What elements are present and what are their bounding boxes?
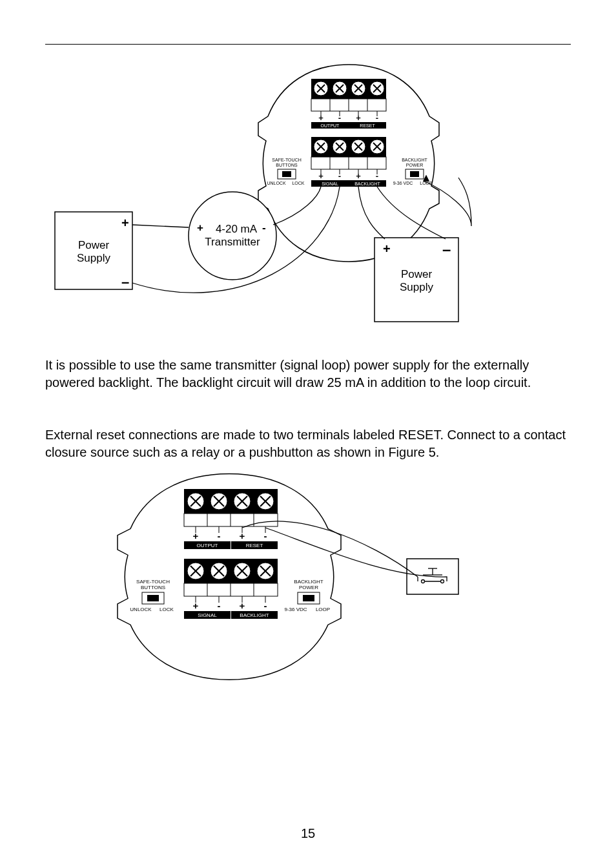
output-label: OUTPUT xyxy=(321,123,340,128)
minus-label: - xyxy=(218,530,221,541)
power-supply-left-label-2: Supply xyxy=(77,252,110,264)
ps-right-minus: – xyxy=(442,240,451,258)
transmitter-label-1: 4-20 mA xyxy=(216,223,258,235)
plus-label: + xyxy=(356,171,361,181)
minus-label: - xyxy=(338,171,341,181)
reset-label: RESET xyxy=(246,543,263,548)
svg-text:BACKLIGHT: BACKLIGHT xyxy=(402,158,427,162)
minus-label: - xyxy=(376,171,378,181)
signal-label: SIGNAL xyxy=(198,612,217,618)
ps-right-plus: + xyxy=(383,242,391,256)
header-rule xyxy=(45,44,571,45)
svg-text:SAFE-TOUCH: SAFE-TOUCH xyxy=(272,158,301,162)
svg-text:UNLOCK: UNLOCK xyxy=(130,607,152,612)
page-number: 15 xyxy=(0,826,616,841)
svg-rect-55 xyxy=(410,171,419,177)
svg-text:9-36 VDC: 9-36 VDC xyxy=(284,607,307,612)
svg-text:UNLOCK: UNLOCK xyxy=(267,181,286,185)
svg-rect-49 xyxy=(282,171,291,177)
svg-rect-108 xyxy=(147,595,159,601)
svg-text:POWER: POWER xyxy=(299,585,318,590)
transmitter-label-2: Transmitter xyxy=(205,236,260,248)
plus-label: + xyxy=(356,113,361,123)
svg-text:9-36 VDC: 9-36 VDC xyxy=(393,181,413,185)
plus-label: + xyxy=(240,530,245,541)
minus-label: - xyxy=(264,530,267,541)
svg-line-58 xyxy=(132,225,189,227)
power-supply-right-label-2: Supply xyxy=(400,281,433,293)
ps-left-plus: + xyxy=(121,216,129,230)
backlight-label: BACKLIGHT xyxy=(240,612,269,618)
svg-rect-114 xyxy=(303,595,314,601)
svg-point-118 xyxy=(422,580,425,583)
diagram-1: + - + - OUTPUT RESET xyxy=(45,58,562,329)
plus-label: + xyxy=(193,600,199,611)
page: + - + - OUTPUT RESET xyxy=(0,0,616,863)
output-label: OUTPUT xyxy=(197,543,218,548)
paragraph-reset-note: External reset connections are made to t… xyxy=(45,426,571,461)
svg-text:SAFE-TOUCH: SAFE-TOUCH xyxy=(136,579,170,585)
svg-text:BACKLIGHT: BACKLIGHT xyxy=(294,579,323,585)
minus-label: - xyxy=(218,600,221,611)
diagram-2: + - + - OUTPUT RESET xyxy=(84,468,536,688)
signal-label: SIGNAL xyxy=(322,182,338,186)
plus-label: + xyxy=(193,530,199,541)
transmitter-plus: + xyxy=(197,222,203,234)
svg-text:LOCK: LOCK xyxy=(292,181,304,185)
transmitter-minus: - xyxy=(262,222,266,234)
reset-label: RESET xyxy=(360,123,375,128)
plus-label: + xyxy=(240,600,245,611)
svg-text:BUTTONS: BUTTONS xyxy=(276,163,298,167)
minus-label: - xyxy=(264,600,267,611)
minus-label: - xyxy=(338,113,341,123)
backlight-label: BACKLIGHT xyxy=(354,182,380,186)
svg-text:POWER: POWER xyxy=(406,163,423,167)
power-supply-left-label-1: Power xyxy=(78,239,110,251)
svg-text:LOOP: LOOP xyxy=(316,607,330,612)
svg-text:BUTTONS: BUTTONS xyxy=(141,585,165,590)
plus-label: + xyxy=(318,171,323,181)
paragraph-backlight-note: It is possible to use the same transmitt… xyxy=(45,357,571,391)
svg-text:LOCK: LOCK xyxy=(159,607,174,612)
svg-point-119 xyxy=(441,580,444,583)
power-supply-right-label-1: Power xyxy=(401,268,433,280)
ps-left-minus: – xyxy=(121,274,129,290)
plus-label: + xyxy=(318,113,323,123)
minus-label: - xyxy=(376,113,378,123)
